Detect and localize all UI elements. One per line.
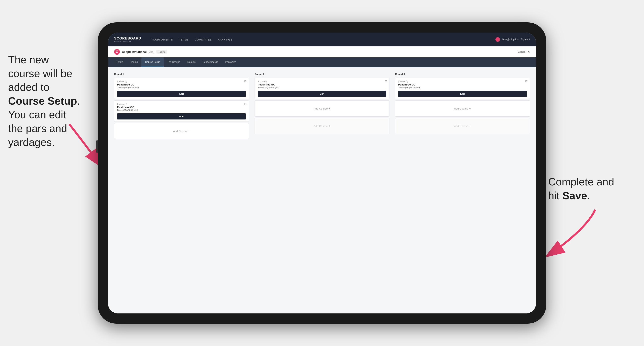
round1-course-a-card: ⊟ (Course A) Peachtree GC Yellow (M) (66… — [114, 78, 249, 99]
user-email: blair@clippd.io — [502, 38, 518, 41]
tab-teams[interactable]: Teams — [127, 57, 142, 67]
round1-course-b-tee: Black (M) (6891 yds) — [117, 109, 246, 111]
tab-printables[interactable]: Printables — [222, 57, 240, 67]
round2-course-a-tee: Yellow (M) (6629 yds) — [258, 86, 386, 89]
hosting-badge: Hosting — [156, 50, 167, 53]
sub-header: C Clippd Invitational (Men) Hosting Canc… — [108, 46, 536, 57]
tab-leaderboards[interactable]: Leaderboards — [199, 57, 222, 67]
tablet-device: SCOREBOARD Powered by clippd TOURNAMENTS… — [98, 22, 546, 324]
round2-add-course-text: Add Course+ — [314, 107, 330, 110]
scoreboard-logo: SCOREBOARD — [114, 36, 141, 40]
round3-course-a-card: ⊟ (Course A) Peachtree GC Yellow (M) (66… — [395, 78, 530, 99]
round1-course-b-tag: (Course B) — [117, 103, 246, 105]
round3-course-a-tag: (Course A) — [398, 80, 527, 83]
tab-course-setup[interactable]: Course Setup — [142, 57, 164, 67]
tab-tee-groups[interactable]: Tee Groups — [164, 57, 184, 67]
round-3-column: Round 3 ⊟ (Course A) Peachtree GC Yellow… — [395, 73, 530, 141]
powered-by: Powered by clippd — [114, 40, 141, 42]
round1-course-a-edit-button[interactable]: Edit — [117, 91, 246, 97]
nav-links: TOURNAMENTS TEAMS COMMITTEE RANKINGS — [152, 38, 487, 41]
round2-add-course-disabled-text: Add Course+ — [314, 124, 330, 128]
tab-results[interactable]: Results — [184, 57, 199, 67]
round1-add-course-text: Add Course+ — [173, 129, 190, 133]
round3-add-course-disabled: Add Course+ — [395, 118, 530, 134]
round2-add-course-disabled: Add Course+ — [254, 118, 389, 134]
round1-course-b-name: East Lake GC — [117, 106, 246, 109]
round1-add-plus-icon: + — [188, 129, 190, 133]
round3-add-course-button[interactable]: Add Course+ — [395, 100, 530, 117]
rounds-grid: Round 1 ⊟ (Course A) Peachtree GC Yellow… — [114, 73, 530, 141]
round-2-label: Round 2 — [254, 73, 389, 76]
nav-tournaments[interactable]: TOURNAMENTS — [152, 38, 173, 41]
round1-course-b-delete-icon[interactable]: ⊟ — [244, 102, 246, 105]
round3-add-course-text: Add Course+ — [454, 107, 471, 110]
round2-add-course-button[interactable]: Add Course+ — [254, 100, 389, 117]
round3-course-a-edit-button[interactable]: Edit — [398, 91, 527, 97]
nav-teams[interactable]: TEAMS — [179, 38, 188, 41]
round3-course-a-tee: Yellow (M) (6629 yds) — [398, 86, 527, 89]
user-avatar — [496, 37, 500, 42]
round-2-column: Round 2 ⊟ (Course A) Peachtree GC Yellow… — [254, 73, 389, 141]
course-setup-bold: Course Setup — [8, 95, 77, 107]
nav-right-area: blair@clippd.io Sign out — [496, 37, 530, 42]
tab-bar: Details Teams Course Setup Tee Groups Re… — [108, 57, 536, 67]
round3-add-plus-icon: + — [469, 107, 471, 110]
round-3-label: Round 3 — [395, 73, 530, 76]
round2-course-a-edit-button[interactable]: Edit — [258, 91, 386, 97]
round1-add-course-button[interactable]: Add Course+ — [114, 123, 249, 139]
round-1-label: Round 1 — [114, 73, 249, 76]
round2-course-a-delete-icon[interactable]: ⊟ — [385, 80, 387, 83]
tournament-name: Clippd Invitational — [122, 50, 146, 53]
round-1-column: Round 1 ⊟ (Course A) Peachtree GC Yellow… — [114, 73, 249, 141]
round2-course-a-tag: (Course A) — [258, 80, 386, 83]
round1-course-b-card: ⊟ (Course B) East Lake GC Black (M) (689… — [114, 100, 249, 122]
clippd-logo: C — [114, 49, 120, 55]
round1-course-a-name: Peachtree GC — [117, 83, 246, 86]
round1-course-a-tee: Yellow (M) (6629 yds) — [117, 86, 246, 89]
tournament-type: (Men) — [148, 50, 154, 53]
round2-add-plus-icon: + — [328, 107, 330, 110]
round2-course-a-name: Peachtree GC — [258, 83, 386, 86]
round3-course-a-name: Peachtree GC — [398, 83, 527, 86]
tab-details[interactable]: Details — [112, 57, 127, 67]
nav-committee[interactable]: COMMITTEE — [195, 38, 212, 41]
tablet-screen: SCOREBOARD Powered by clippd TOURNAMENTS… — [108, 32, 536, 314]
save-bold: Save — [562, 190, 587, 201]
right-annotation: Complete and hit Save. — [548, 175, 634, 202]
logo-area: SCOREBOARD Powered by clippd — [114, 36, 141, 42]
content-area: Round 1 ⊟ (Course A) Peachtree GC Yellow… — [108, 67, 536, 314]
side-button — [96, 141, 98, 153]
round2-course-a-card: ⊟ (Course A) Peachtree GC Yellow (M) (66… — [254, 78, 389, 99]
round3-add-course-disabled-text: Add Course+ — [454, 124, 471, 128]
top-navbar: SCOREBOARD Powered by clippd TOURNAMENTS… — [108, 32, 536, 46]
round3-course-a-delete-icon[interactable]: ⊟ — [525, 80, 528, 83]
round1-course-a-tag: (Course A) — [117, 80, 246, 83]
cancel-button[interactable]: Cancel ✕ — [518, 50, 530, 53]
nav-rankings[interactable]: RANKINGS — [218, 38, 232, 41]
sign-out-link[interactable]: Sign out — [521, 38, 530, 41]
round1-course-a-delete-icon[interactable]: ⊟ — [244, 80, 246, 83]
round1-course-b-edit-button[interactable]: Edit — [117, 113, 246, 120]
cancel-icon: ✕ — [528, 50, 530, 53]
